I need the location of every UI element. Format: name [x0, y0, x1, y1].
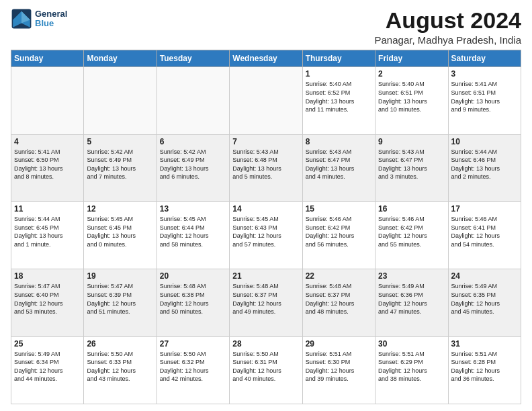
calendar-cell: 20Sunrise: 5:48 AM Sunset: 6:38 PM Dayli… — [157, 269, 229, 336]
calendar-cell: 18Sunrise: 5:47 AM Sunset: 6:40 PM Dayli… — [11, 269, 84, 336]
day-number: 8 — [306, 137, 372, 146]
calendar-cell — [11, 67, 84, 134]
day-info: Sunrise: 5:51 AM Sunset: 6:28 PM Dayligh… — [451, 350, 518, 383]
title-block: August 2024 Panagar, Madhya Pradesh, Ind… — [375, 8, 521, 46]
day-info: Sunrise: 5:51 AM Sunset: 6:30 PM Dayligh… — [306, 350, 372, 383]
day-info: Sunrise: 5:45 AM Sunset: 6:43 PM Dayligh… — [232, 215, 299, 248]
day-number: 9 — [378, 137, 445, 146]
calendar-header-row: SundayMondayTuesdayWednesdayThursdayFrid… — [11, 50, 521, 67]
calendar-cell: 25Sunrise: 5:49 AM Sunset: 6:34 PM Dayli… — [11, 336, 84, 404]
day-number: 14 — [232, 204, 299, 214]
calendar-week-row: 18Sunrise: 5:47 AM Sunset: 6:40 PM Dayli… — [11, 269, 521, 336]
calendar-cell: 6Sunrise: 5:42 AM Sunset: 6:49 PM Daylig… — [157, 134, 229, 201]
calendar-cell: 16Sunrise: 5:46 AM Sunset: 6:42 PM Dayli… — [375, 202, 448, 269]
calendar-cell: 28Sunrise: 5:50 AM Sunset: 6:31 PM Dayli… — [230, 336, 302, 404]
calendar-cell: 27Sunrise: 5:50 AM Sunset: 6:32 PM Dayli… — [157, 336, 229, 404]
logo-icon — [11, 8, 32, 30]
day-info: Sunrise: 5:47 AM Sunset: 6:40 PM Dayligh… — [14, 282, 81, 316]
day-number: 11 — [14, 204, 81, 214]
day-number: 15 — [306, 204, 372, 214]
day-info: Sunrise: 5:48 AM Sunset: 6:38 PM Dayligh… — [160, 282, 226, 316]
day-number: 10 — [451, 137, 518, 146]
calendar-cell: 19Sunrise: 5:47 AM Sunset: 6:39 PM Dayli… — [84, 269, 157, 336]
calendar-week-row: 1Sunrise: 5:40 AM Sunset: 6:52 PM Daylig… — [11, 67, 521, 134]
calendar: SundayMondayTuesdayWednesdayThursdayFrid… — [11, 50, 521, 404]
calendar-cell: 14Sunrise: 5:45 AM Sunset: 6:43 PM Dayli… — [230, 202, 302, 269]
calendar-cell: 17Sunrise: 5:46 AM Sunset: 6:41 PM Dayli… — [448, 202, 521, 269]
calendar-cell: 4Sunrise: 5:41 AM Sunset: 6:50 PM Daylig… — [11, 134, 84, 201]
calendar-cell — [230, 67, 302, 134]
day-info: Sunrise: 5:46 AM Sunset: 6:42 PM Dayligh… — [378, 215, 445, 248]
day-number: 29 — [306, 339, 372, 349]
calendar-cell — [84, 67, 157, 134]
day-info: Sunrise: 5:47 AM Sunset: 6:39 PM Dayligh… — [87, 282, 153, 316]
logo-text: General Blue — [35, 9, 67, 29]
day-number: 13 — [160, 204, 226, 214]
calendar-cell: 5Sunrise: 5:42 AM Sunset: 6:49 PM Daylig… — [84, 134, 157, 201]
day-number: 2 — [378, 69, 445, 79]
day-info: Sunrise: 5:42 AM Sunset: 6:49 PM Dayligh… — [87, 148, 153, 181]
day-info: Sunrise: 5:49 AM Sunset: 6:35 PM Dayligh… — [451, 282, 518, 316]
calendar-cell: 2Sunrise: 5:40 AM Sunset: 6:51 PM Daylig… — [375, 67, 448, 134]
calendar-cell: 24Sunrise: 5:49 AM Sunset: 6:35 PM Dayli… — [448, 269, 521, 336]
day-info: Sunrise: 5:50 AM Sunset: 6:31 PM Dayligh… — [232, 350, 299, 383]
calendar-week-row: 25Sunrise: 5:49 AM Sunset: 6:34 PM Dayli… — [11, 336, 521, 404]
day-info: Sunrise: 5:42 AM Sunset: 6:49 PM Dayligh… — [160, 148, 226, 181]
calendar-cell: 31Sunrise: 5:51 AM Sunset: 6:28 PM Dayli… — [448, 336, 521, 404]
calendar-cell: 30Sunrise: 5:51 AM Sunset: 6:29 PM Dayli… — [375, 336, 448, 404]
calendar-cell: 10Sunrise: 5:44 AM Sunset: 6:46 PM Dayli… — [448, 134, 521, 201]
day-info: Sunrise: 5:46 AM Sunset: 6:42 PM Dayligh… — [306, 215, 372, 248]
calendar-cell: 8Sunrise: 5:43 AM Sunset: 6:47 PM Daylig… — [302, 134, 375, 201]
calendar-cell: 13Sunrise: 5:45 AM Sunset: 6:44 PM Dayli… — [157, 202, 229, 269]
calendar-cell: 11Sunrise: 5:44 AM Sunset: 6:45 PM Dayli… — [11, 202, 84, 269]
logo-line1: General — [35, 9, 67, 19]
day-number: 26 — [87, 339, 153, 349]
day-info: Sunrise: 5:50 AM Sunset: 6:33 PM Dayligh… — [87, 350, 153, 383]
day-info: Sunrise: 5:45 AM Sunset: 6:44 PM Dayligh… — [160, 215, 226, 248]
day-number: 12 — [87, 204, 153, 214]
day-info: Sunrise: 5:51 AM Sunset: 6:29 PM Dayligh… — [378, 350, 445, 383]
day-number: 16 — [378, 204, 445, 214]
day-header-thursday: Thursday — [302, 50, 375, 67]
calendar-cell: 3Sunrise: 5:41 AM Sunset: 6:51 PM Daylig… — [448, 67, 521, 134]
header: General Blue August 2024 Panagar, Madhya… — [11, 8, 521, 46]
day-info: Sunrise: 5:41 AM Sunset: 6:50 PM Dayligh… — [14, 148, 81, 181]
day-info: Sunrise: 5:40 AM Sunset: 6:51 PM Dayligh… — [378, 80, 445, 113]
day-number: 23 — [378, 271, 445, 281]
day-header-sunday: Sunday — [11, 50, 84, 67]
day-info: Sunrise: 5:41 AM Sunset: 6:51 PM Dayligh… — [451, 80, 518, 113]
day-info: Sunrise: 5:49 AM Sunset: 6:34 PM Dayligh… — [14, 350, 81, 383]
day-number: 6 — [160, 137, 226, 146]
day-info: Sunrise: 5:48 AM Sunset: 6:37 PM Dayligh… — [232, 282, 299, 316]
calendar-cell: 7Sunrise: 5:43 AM Sunset: 6:48 PM Daylig… — [230, 134, 302, 201]
logo-line2: Blue — [35, 19, 67, 28]
day-info: Sunrise: 5:40 AM Sunset: 6:52 PM Dayligh… — [306, 80, 372, 113]
main-title: August 2024 — [375, 8, 521, 33]
day-number: 22 — [306, 271, 372, 281]
day-number: 30 — [378, 339, 445, 349]
day-number: 25 — [14, 339, 81, 349]
day-info: Sunrise: 5:44 AM Sunset: 6:46 PM Dayligh… — [451, 148, 518, 181]
calendar-cell: 12Sunrise: 5:45 AM Sunset: 6:45 PM Dayli… — [84, 202, 157, 269]
calendar-week-row: 4Sunrise: 5:41 AM Sunset: 6:50 PM Daylig… — [11, 134, 521, 201]
calendar-cell: 23Sunrise: 5:49 AM Sunset: 6:36 PM Dayli… — [375, 269, 448, 336]
day-number: 4 — [14, 137, 81, 146]
day-header-wednesday: Wednesday — [230, 50, 302, 67]
day-info: Sunrise: 5:48 AM Sunset: 6:37 PM Dayligh… — [306, 282, 372, 316]
calendar-cell: 29Sunrise: 5:51 AM Sunset: 6:30 PM Dayli… — [302, 336, 375, 404]
calendar-cell: 21Sunrise: 5:48 AM Sunset: 6:37 PM Dayli… — [230, 269, 302, 336]
day-header-monday: Monday — [84, 50, 157, 67]
calendar-cell: 26Sunrise: 5:50 AM Sunset: 6:33 PM Dayli… — [84, 336, 157, 404]
day-info: Sunrise: 5:43 AM Sunset: 6:48 PM Dayligh… — [232, 148, 299, 181]
day-number: 21 — [232, 271, 299, 281]
calendar-week-row: 11Sunrise: 5:44 AM Sunset: 6:45 PM Dayli… — [11, 202, 521, 269]
day-number: 18 — [14, 271, 81, 281]
day-header-tuesday: Tuesday — [157, 50, 229, 67]
day-number: 31 — [451, 339, 518, 349]
day-info: Sunrise: 5:50 AM Sunset: 6:32 PM Dayligh… — [160, 350, 226, 383]
day-header-saturday: Saturday — [448, 50, 521, 67]
page: General Blue August 2024 Panagar, Madhya… — [0, 0, 532, 411]
day-header-friday: Friday — [375, 50, 448, 67]
calendar-cell: 22Sunrise: 5:48 AM Sunset: 6:37 PM Dayli… — [302, 269, 375, 336]
day-number: 19 — [87, 271, 153, 281]
